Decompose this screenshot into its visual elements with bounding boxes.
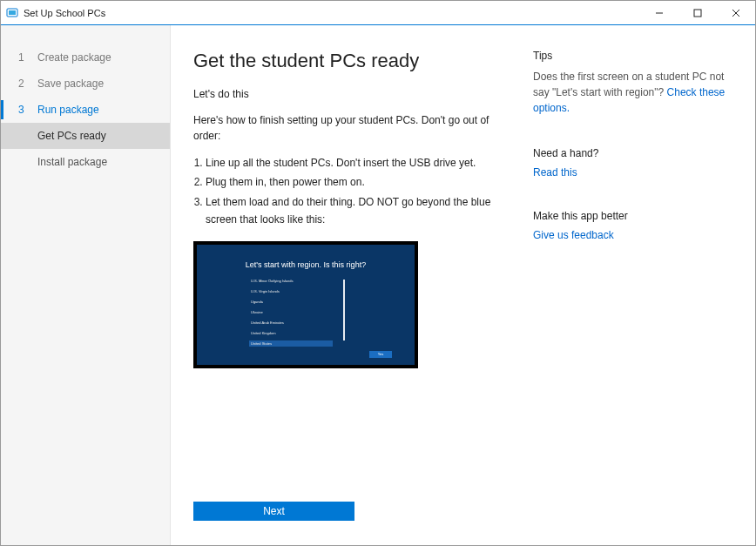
close-button[interactable] xyxy=(717,1,755,25)
oobe-title: Let's start with region. Is this right? xyxy=(246,260,366,269)
step-2: Plug them in, then power them on. xyxy=(206,173,507,191)
next-button[interactable]: Next xyxy=(193,502,354,521)
nav-num: 2 xyxy=(18,78,25,90)
oobe-inner: Let's start with region. Is this right? … xyxy=(197,245,415,365)
sidebar: 1 Create package 2 Save package 3 Run pa… xyxy=(1,25,171,545)
svg-rect-1 xyxy=(9,10,16,15)
tips-text: Does the first screen on a student PC no… xyxy=(533,69,727,116)
oobe-item: United Arab Emirates xyxy=(249,320,333,326)
nav-create-package[interactable]: 1 Create package xyxy=(1,44,170,71)
need-hand-section: Need a hand? Read this xyxy=(533,147,727,179)
oobe-region-list: U.S. Minor Outlying Islands U.S. Virgin … xyxy=(249,278,333,347)
nav-sub-label: Get PCs ready xyxy=(37,130,106,142)
feedback-title: Make this app better xyxy=(533,210,727,222)
tips-section: Tips Does the first screen on a student … xyxy=(533,50,727,116)
nav-num: 3 xyxy=(18,104,25,116)
tips-column: Tips Does the first screen on a student … xyxy=(533,50,727,521)
page-title: Get the student PCs ready xyxy=(193,50,507,72)
nav-num: 1 xyxy=(18,51,25,64)
maximize-button[interactable] xyxy=(678,1,717,25)
main-left-column: Get the student PCs ready Let's do this … xyxy=(193,50,507,521)
oobe-item-selected: United States xyxy=(249,340,333,347)
feedback-section: Make this app better Give us feedback xyxy=(533,210,727,241)
app-icon xyxy=(6,7,18,19)
svg-rect-3 xyxy=(694,10,701,17)
oobe-yes-button: Yes xyxy=(369,351,392,358)
nav-label: Save package xyxy=(37,78,104,90)
titlebar: Set Up School PCs xyxy=(1,1,755,25)
step-3: Let them load and do their thing. DO NOT… xyxy=(206,193,507,229)
content-area: 1 Create package 2 Save package 3 Run pa… xyxy=(1,25,755,545)
oobe-preview: Let's start with region. Is this right? … xyxy=(193,241,418,368)
nav-save-package[interactable]: 2 Save package xyxy=(1,71,170,97)
oobe-item: U.S. Virgin Islands xyxy=(249,288,333,294)
main-panel: Get the student PCs ready Let's do this … xyxy=(171,25,755,545)
intro-text: Here's how to finish setting up your stu… xyxy=(193,112,507,144)
nav-sub-install-package[interactable]: Install package xyxy=(1,149,170,175)
nav-label: Create package xyxy=(37,51,111,64)
nav-label: Run package xyxy=(37,104,99,116)
read-this-link[interactable]: Read this xyxy=(533,166,727,179)
oobe-item: Uganda xyxy=(249,299,333,305)
oobe-item: United Kingdom xyxy=(249,330,333,336)
tips-title: Tips xyxy=(533,50,727,62)
nav-sub-label: Install package xyxy=(37,156,107,168)
need-hand-title: Need a hand? xyxy=(533,147,727,159)
titlebar-left: Set Up School PCs xyxy=(1,7,640,19)
app-title: Set Up School PCs xyxy=(24,8,105,18)
oobe-item: U.S. Minor Outlying Islands xyxy=(249,278,333,284)
oobe-item: Ukraine xyxy=(249,309,333,315)
steps-list: Line up all the student PCs. Don't inser… xyxy=(193,154,507,231)
minimize-button[interactable] xyxy=(640,1,678,25)
step-1: Line up all the student PCs. Don't inser… xyxy=(206,154,507,172)
nav-sub-get-pcs-ready[interactable]: Get PCs ready xyxy=(1,123,170,149)
oobe-scrollbar xyxy=(343,280,345,340)
window-controls xyxy=(640,1,755,25)
nav-run-package[interactable]: 3 Run package xyxy=(1,97,170,123)
lead-text: Let's do this xyxy=(193,88,507,100)
feedback-link[interactable]: Give us feedback xyxy=(533,229,727,241)
